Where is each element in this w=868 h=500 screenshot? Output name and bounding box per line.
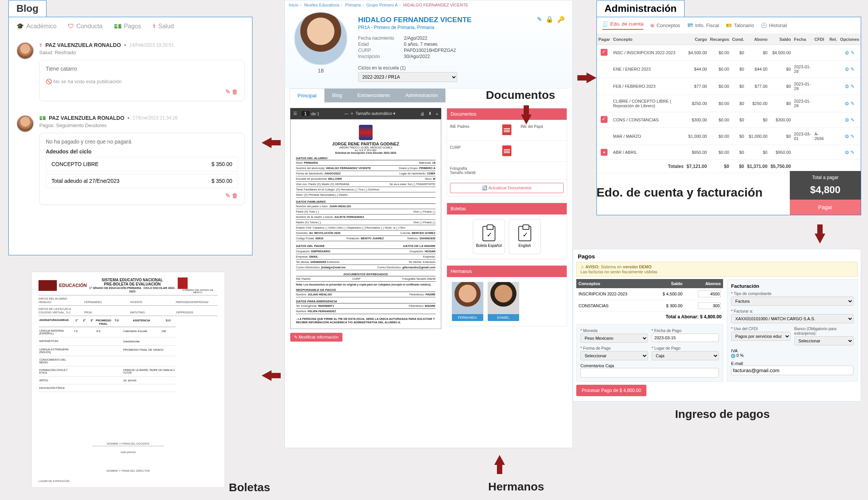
trash-icon[interactable]: 🗑 [232, 192, 238, 199]
table-row: INSCRIPCION 2022-2023$ 4,500.00 [576, 288, 723, 300]
checkbox-checked[interactable] [601, 116, 608, 123]
profile-header: 18 HIDALGO FERNANDEZ VICENTE PR1A - Prim… [285, 10, 572, 88]
moneda-select[interactable]: Peso Mexicano [580, 334, 648, 343]
edit-icon[interactable]: ✎ [850, 66, 855, 72]
sibling-card[interactable]: DANIEL [487, 282, 519, 321]
banco-select[interactable]: Seleccionar [794, 336, 854, 345]
gear-icon[interactable]: ⚙ [845, 101, 849, 106]
sidebar-icon[interactable]: ☰ [293, 111, 297, 116]
tab-blog[interactable]: Blog [325, 89, 350, 102]
edit-icon[interactable]: ✎ [225, 89, 230, 95]
health-icon: ⚕ [39, 42, 42, 48]
abono-input[interactable] [698, 302, 721, 309]
tab-administracion[interactable]: Administración [398, 89, 445, 102]
modify-info-button[interactable]: ✎ Modificar información [290, 333, 342, 342]
edit-icon[interactable]: ✎ [537, 16, 542, 82]
school-shield-icon [359, 125, 373, 140]
abono-input[interactable] [698, 290, 721, 297]
demo-warning: ⚠ AVISO: Sistema en versión DEMOLas fact… [576, 262, 858, 277]
arrow-icon [262, 137, 272, 148]
email-input[interactable] [731, 366, 854, 375]
gear-icon[interactable]: ⚙ [845, 66, 849, 72]
iva-radio[interactable] [731, 354, 735, 358]
facturar-a-select[interactable]: XAXX010101000 / MATCH CARGO S.A.S. [731, 314, 854, 323]
edit-icon[interactable]: ✎ [850, 101, 855, 106]
fecha-pago-input[interactable] [652, 334, 719, 342]
table-row: FEB / FEBRERO 2023$77.00$0.00$0$77.00$02… [597, 78, 861, 95]
print-icon[interactable]: 🖨 [420, 111, 424, 116]
comentarios-input[interactable] [580, 368, 719, 377]
arrow-icon [262, 370, 272, 381]
tipo-comprobante-select[interactable]: Factura [731, 297, 854, 306]
section-heading: DATOS DE LA ESCUELA [39, 307, 218, 311]
tab-principal[interactable]: Principal [289, 89, 325, 103]
trash-icon[interactable]: 🗑 [232, 89, 238, 95]
tab-info-fiscal[interactable]: 🪪Info. Fiscal [687, 21, 719, 30]
clipboard-icon [482, 226, 495, 241]
lock-icon[interactable]: 🔒 [546, 16, 553, 82]
pagos-heading: Pagos [576, 252, 858, 262]
breadcrumb[interactable]: Inicio› Niveles Educativos› Primaria› Gr… [285, 0, 572, 10]
post-noview: 🚫 No se ha visto esta publicación [46, 79, 238, 84]
gear-icon[interactable]: ⚙ [845, 50, 849, 56]
pdf-toolbar[interactable]: ☰ de 1 — + Tamaño automático ▾ 🖨 ⬇ » [290, 108, 441, 119]
tab-historial[interactable]: 🕘Historial [761, 21, 787, 30]
admin-subtabs: 🧾Edo. de cuenta ⊕Conceptos 🪪Info. Fiscal… [597, 17, 861, 34]
procesar-pago-button[interactable]: Procesar Pago de $ 4,800.00 [576, 385, 646, 396]
checkbox-checked[interactable] [601, 49, 608, 56]
grades-table: ASIGNATURAS/AREAS 1°2°3° PROMEDIO FINAL … [39, 318, 218, 392]
cycle-select[interactable]: 2022-2023 / PR1A [358, 72, 457, 82]
total-amount: $4,800 [790, 184, 861, 200]
more-icon[interactable]: » [436, 111, 438, 116]
lugar-pago-select[interactable]: Caja [652, 351, 719, 360]
edit-icon[interactable]: ✎ [850, 117, 855, 123]
cat-conducta[interactable]: 🛡Conducta [68, 23, 103, 30]
debt-row: Total adeudo al 27/Ene/2023$ 350.00 [46, 174, 238, 188]
gear-icon[interactable]: ⚙ [845, 150, 849, 155]
boleta-es-button[interactable]: Boleta Español [473, 219, 505, 254]
key-icon[interactable]: 🔑 [557, 16, 565, 82]
add-button[interactable]: + [601, 149, 608, 156]
money-icon: 💵 [114, 23, 122, 30]
tab-conceptos[interactable]: ⊕Conceptos [650, 21, 680, 30]
forma-pago-select[interactable]: Seleccionar [580, 351, 648, 360]
page-input[interactable] [301, 110, 310, 117]
edit-icon[interactable]: ✎ [225, 192, 230, 199]
download-icon[interactable]: ⬇ [428, 111, 432, 116]
center-panel: Inicio› Niveles Educativos› Primaria› Gr… [285, 0, 573, 448]
avatar [16, 115, 34, 132]
hermanos-label: Hermanos [488, 480, 544, 493]
hermanos-card: Hermanos FERNANDA DANIEL [447, 265, 567, 326]
edit-icon[interactable]: ✎ [850, 50, 855, 56]
boleta-en-button[interactable]: English [509, 219, 541, 254]
cat-pagos[interactable]: 💵Pagos [114, 23, 141, 30]
cat-salud[interactable]: ⚕Salud [153, 23, 174, 30]
tab-talonario[interactable]: 🎫Talonario [726, 21, 754, 30]
facturacion-box: Facturación * Tipo de comprobanteFactura… [727, 279, 858, 382]
arrow-icon [815, 234, 825, 244]
edit-icon[interactable]: ✎ [850, 134, 855, 139]
update-documents-button[interactable]: 🔄 Actualizar Documentos [450, 183, 564, 193]
student-grade: PR1A - Primero de Primaria, Primaria [358, 25, 528, 30]
cat-academico[interactable]: 🎓Académico [16, 23, 56, 30]
gear-icon[interactable]: ⚙ [845, 117, 849, 123]
warning-icon: ⚠ [580, 265, 584, 269]
pay-button[interactable]: Pagar [790, 200, 861, 215]
pdf-icon[interactable] [502, 145, 511, 156]
blog-tab[interactable]: Blog [8, 0, 47, 17]
gear-icon[interactable]: ⚙ [845, 134, 849, 139]
tab-edo[interactable]: 🧾Edo. de cuenta [602, 21, 643, 30]
state-shield-icon [178, 277, 188, 289]
documentos-label: Documentos [486, 89, 555, 102]
student-meta: Fecha nacimiento2/Ago/2022 Edad0 años, 7… [358, 35, 528, 59]
admin-tab[interactable]: Administración [596, 0, 685, 17]
signature-line: NOMBRE Y FIRMA DEL DIRECTOR [39, 469, 218, 472]
pdf-icon[interactable] [502, 124, 511, 135]
sibling-card[interactable]: FERNANDA [452, 282, 484, 321]
uso-cfdi-select[interactable]: Pagos por servicios educativos [731, 332, 790, 341]
gear-icon[interactable]: ⚙ [845, 84, 849, 89]
edit-icon[interactable]: ✎ [850, 150, 855, 155]
edit-icon[interactable]: ✎ [850, 84, 855, 89]
tab-extraescolares[interactable]: Extraescolares [350, 89, 398, 102]
student-number: 18 [293, 68, 349, 74]
